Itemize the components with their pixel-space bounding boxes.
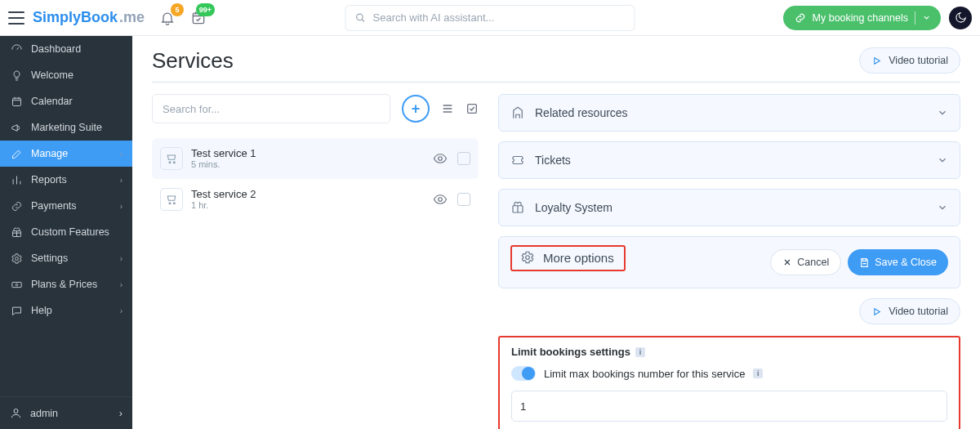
accordion-related-resources[interactable]: Related resources (498, 94, 960, 132)
sidebar-item-plans-prices[interactable]: Plans & Prices› (0, 271, 132, 297)
notifications-bell[interactable]: 5 (159, 10, 176, 26)
search-placeholder: Search with AI assistant... (373, 11, 495, 24)
page-title: Services (152, 48, 234, 74)
limit-value-input[interactable]: 1 (511, 391, 947, 422)
sidebar-item-manage[interactable]: Manage› (0, 141, 132, 167)
menu-toggle[interactable] (8, 11, 24, 25)
accordion-tickets[interactable]: Tickets (498, 141, 960, 179)
add-service-button[interactable]: + (402, 95, 430, 123)
svg-rect-5 (11, 282, 20, 287)
sidebar-item-label: Settings (31, 252, 68, 264)
notifications-badge: 5 (171, 3, 184, 16)
sidebar-item-help[interactable]: Help› (0, 297, 132, 324)
chevron-down-icon (937, 107, 948, 118)
link-icon (10, 199, 23, 212)
limit-toggle-label: Limit max bookings number for this servi… (544, 368, 745, 380)
sidebar-item-label: Welcome (31, 69, 74, 81)
money-icon (10, 278, 23, 291)
chevron-down-icon (922, 13, 931, 22)
visibility-icon[interactable] (433, 192, 448, 207)
services-search-input[interactable]: Search for... (152, 94, 390, 123)
save-button[interactable]: Save & Close (848, 249, 948, 275)
chevron-right-icon: › (120, 202, 122, 211)
channels-label: My booking channels (813, 12, 908, 24)
sidebar-item-payments[interactable]: Payments› (0, 193, 132, 219)
brand-logo[interactable]: SimplyBook.me (33, 9, 145, 26)
info-icon[interactable]: i (753, 369, 763, 378)
gift-icon (10, 226, 23, 239)
service-name: Test service 2 (191, 188, 425, 201)
service-row[interactable]: Test service 21 hr. (152, 179, 479, 220)
svg-point-1 (357, 14, 363, 20)
service-checkbox[interactable] (457, 152, 470, 165)
close-icon (782, 257, 792, 267)
calendar-icon (10, 95, 23, 108)
theme-toggle[interactable] (949, 7, 972, 29)
loyalty-icon (510, 200, 527, 215)
save-icon (859, 257, 870, 268)
service-name: Test service 1 (191, 147, 425, 160)
sidebar-item-label: Payments (31, 200, 77, 212)
svg-point-11 (439, 157, 443, 161)
service-row[interactable]: Test service 15 mins. (152, 138, 479, 179)
svg-point-12 (169, 203, 171, 204)
svg-point-16 (526, 256, 530, 260)
more-options-toggle[interactable]: More options (512, 250, 614, 265)
service-list: Test service 15 mins.Test service 21 hr. (152, 138, 479, 220)
sidebar-item-marketing-suite[interactable]: Marketing Suite (0, 114, 132, 141)
svg-point-7 (14, 409, 18, 413)
moon-icon (955, 11, 967, 24)
chevron-right-icon: › (119, 408, 122, 419)
sidebar-item-dashboard[interactable]: Dashboard (0, 36, 132, 62)
sidebar-item-calendar[interactable]: Calendar (0, 88, 132, 114)
booking-channels-button[interactable]: My booking channels (783, 6, 941, 30)
cancel-button[interactable]: Cancel (770, 249, 841, 275)
sidebar-item-label: Help (31, 305, 52, 316)
bookings-badge: 99+ (196, 3, 215, 16)
pencil-icon (10, 147, 23, 160)
service-checkbox[interactable] (457, 193, 470, 206)
cart-icon (160, 147, 183, 170)
accordion-label: Loyalty System (535, 201, 937, 214)
info-icon[interactable]: i (635, 347, 645, 357)
sidebar-item-custom-features[interactable]: Custom Features (0, 219, 132, 245)
limit-toggle[interactable] (511, 366, 536, 381)
video-tutorial-button[interactable]: Video tutorial (859, 47, 960, 74)
accordion-label: Related resources (535, 106, 937, 119)
svg-point-14 (439, 198, 443, 202)
services-search-placeholder: Search for... (163, 103, 220, 115)
more-options-section: More options Cancel Save & Close (498, 236, 960, 288)
ticket-icon (510, 153, 527, 168)
sidebar-admin[interactable]: admin› (0, 396, 132, 429)
link-icon (795, 12, 806, 24)
search-icon (354, 11, 367, 24)
video-tutorial-button-2[interactable]: Video tutorial (859, 298, 960, 324)
sidebar-item-label: Marketing Suite (31, 122, 102, 133)
limit-value: 1 (520, 400, 526, 413)
sidebar-item-label: Reports (31, 174, 67, 185)
save-label: Save & Close (875, 257, 937, 268)
more-options-highlight: More options (510, 245, 626, 271)
sidebar-item-reports[interactable]: Reports› (0, 167, 132, 193)
bars-icon (10, 173, 23, 186)
gear-icon (10, 252, 23, 265)
limit-title: Limit bookings settings (511, 346, 630, 358)
bulb-icon (10, 69, 23, 82)
bookings-calendar[interactable]: 99+ (190, 10, 207, 26)
sidebar-item-welcome[interactable]: Welcome (0, 62, 132, 88)
admin-label: admin (30, 408, 58, 419)
chevron-right-icon: › (120, 306, 122, 315)
chevron-right-icon: › (120, 150, 122, 159)
chevron-down-icon (937, 154, 948, 166)
sidebar-item-label: Plans & Prices (31, 279, 97, 290)
check-square-icon[interactable] (466, 102, 479, 115)
accordion-loyalty-system[interactable]: Loyalty System (498, 189, 960, 226)
list-icon[interactable] (441, 102, 454, 115)
ai-search-input[interactable]: Search with AI assistant... (345, 5, 635, 31)
brand-part-2: Book (81, 9, 118, 26)
chevron-right-icon: › (120, 280, 122, 289)
visibility-icon[interactable] (433, 151, 448, 166)
svg-point-10 (173, 162, 175, 163)
gear-icon (520, 250, 537, 265)
sidebar-item-settings[interactable]: Settings› (0, 245, 132, 271)
